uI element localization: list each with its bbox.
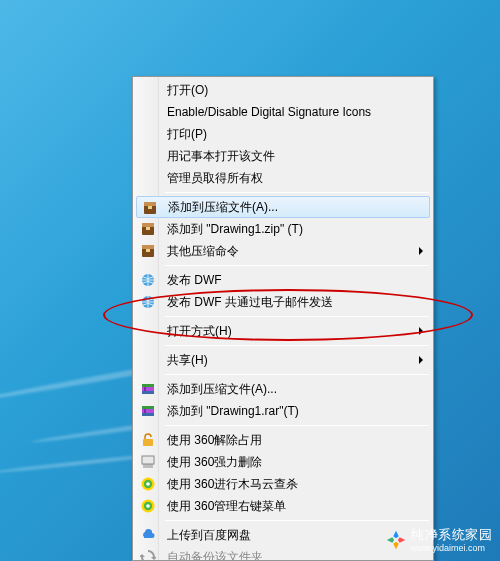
svg-rect-20 — [142, 456, 154, 464]
menu-item[interactable]: 打开方式(H) — [135, 320, 431, 342]
chevron-right-icon — [419, 356, 423, 364]
svg-rect-17 — [142, 406, 154, 409]
menu-separator — [165, 316, 429, 317]
menu-item-label: 打开(O) — [167, 83, 208, 97]
menu-item[interactable]: Enable/Disable Digital Signature Icons — [135, 101, 431, 123]
watermark-url: www.yidaimei.com — [411, 544, 492, 553]
svg-rect-13 — [142, 384, 154, 387]
globe-icon — [140, 294, 156, 310]
menu-item-label: Enable/Disable Digital Signature Icons — [167, 105, 371, 119]
rar-icon — [140, 221, 156, 237]
svg-rect-4 — [142, 223, 154, 227]
sync-icon — [140, 549, 156, 561]
winrar-icon — [140, 381, 156, 397]
menu-item-label: 添加到压缩文件(A)... — [167, 382, 277, 396]
menu-item[interactable]: 打印(P) — [135, 123, 431, 145]
menu-item[interactable]: 使用 360进行木马云查杀 — [135, 473, 431, 495]
menu-item[interactable]: 管理员取得所有权 — [135, 167, 431, 189]
menu-item-label: 其他压缩命令 — [167, 244, 239, 258]
svg-rect-19 — [143, 439, 153, 446]
chevron-right-icon — [419, 327, 423, 335]
watermark: 纯净系统家园 www.yidaimei.com — [385, 526, 492, 553]
menu-item-label: 共享(H) — [167, 353, 208, 367]
menu-item[interactable]: 添加到压缩文件(A)... — [136, 196, 430, 218]
menu-item[interactable]: 发布 DWF — [135, 269, 431, 291]
ball360-icon — [140, 476, 156, 492]
menu-item-label: 使用 360进行木马云查杀 — [167, 477, 298, 491]
menu-item-label: 添加到 "Drawing1.rar"(T) — [167, 404, 299, 418]
chevron-right-icon — [419, 247, 423, 255]
svg-rect-14 — [142, 391, 154, 394]
menu-item-label: 用记事本打开该文件 — [167, 149, 275, 163]
menu-item-label: 添加到 "Drawing1.zip" (T) — [167, 222, 303, 236]
watermark-brand: 纯净系统家园 — [411, 527, 492, 542]
svg-rect-1 — [144, 202, 156, 206]
menu-item[interactable]: 添加到压缩文件(A)... — [135, 378, 431, 400]
menu-separator — [165, 345, 429, 346]
baidupan-icon — [140, 527, 156, 543]
svg-point-23 — [146, 482, 150, 486]
menu-item[interactable]: 添加到 "Drawing1.rar"(T) — [135, 400, 431, 422]
menu-item-label: 上传到百度网盘 — [167, 528, 251, 542]
menu-separator — [165, 374, 429, 375]
winrar-icon — [140, 403, 156, 419]
menu-item[interactable]: 添加到 "Drawing1.zip" (T) — [135, 218, 431, 240]
svg-rect-2 — [148, 206, 152, 209]
menu-item-label: 打开方式(H) — [167, 324, 232, 338]
menu-separator — [165, 192, 429, 193]
svg-point-26 — [146, 504, 150, 508]
menu-item-label: 发布 DWF — [167, 273, 222, 287]
menu-separator — [165, 425, 429, 426]
svg-rect-8 — [146, 249, 150, 252]
menu-item[interactable]: 用记事本打开该文件 — [135, 145, 431, 167]
menu-item[interactable]: 打开(O) — [135, 79, 431, 101]
menu-item[interactable]: 共享(H) — [135, 349, 431, 371]
menu-item[interactable]: 发布 DWF 共通过电子邮件发送 — [135, 291, 431, 313]
menu-item-label: 发布 DWF 共通过电子邮件发送 — [167, 295, 333, 309]
menu-item-label: 管理员取得所有权 — [167, 171, 263, 185]
globe-icon — [140, 272, 156, 288]
menu-item-label: 自动备份该文件夹 — [167, 550, 263, 561]
menu-item-label: 使用 360管理右键菜单 — [167, 499, 286, 513]
menu-item-label: 添加到压缩文件(A)... — [168, 200, 278, 214]
shred360-icon — [140, 454, 156, 470]
watermark-logo-icon — [385, 529, 407, 551]
ball360-icon — [140, 498, 156, 514]
rar-icon — [142, 200, 158, 216]
unlock360-icon — [140, 432, 156, 448]
menu-item[interactable]: 其他压缩命令 — [135, 240, 431, 262]
menu-item[interactable]: 使用 360解除占用 — [135, 429, 431, 451]
menu-separator — [165, 265, 429, 266]
menu-item-label: 使用 360强力删除 — [167, 455, 262, 469]
menu-item-label: 打印(P) — [167, 127, 207, 141]
context-menu: 打开(O)Enable/Disable Digital Signature Ic… — [132, 76, 434, 561]
svg-rect-7 — [142, 245, 154, 249]
menu-item-label: 使用 360解除占用 — [167, 433, 262, 447]
rar-icon — [140, 243, 156, 259]
menu-separator — [165, 520, 429, 521]
menu-item[interactable]: 使用 360强力删除 — [135, 451, 431, 473]
svg-rect-5 — [146, 227, 150, 230]
menu-item[interactable]: 使用 360管理右键菜单 — [135, 495, 431, 517]
svg-rect-18 — [142, 413, 154, 416]
